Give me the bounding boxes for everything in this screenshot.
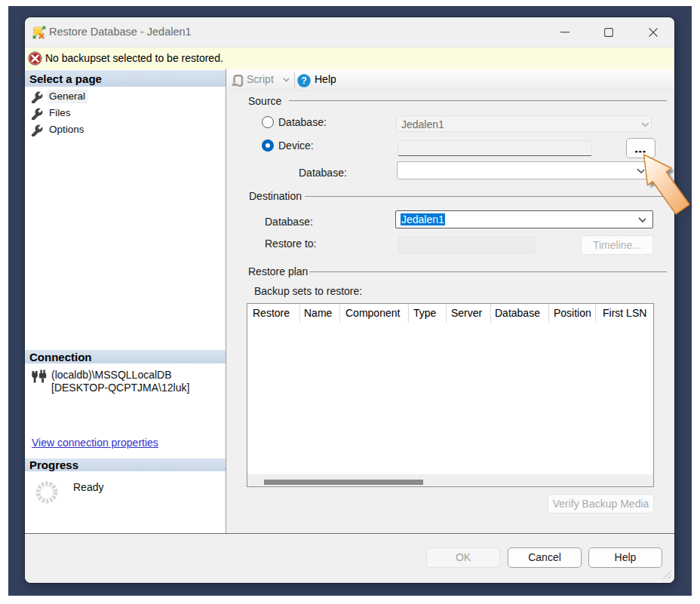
svg-text:?: ? [301, 75, 307, 86]
